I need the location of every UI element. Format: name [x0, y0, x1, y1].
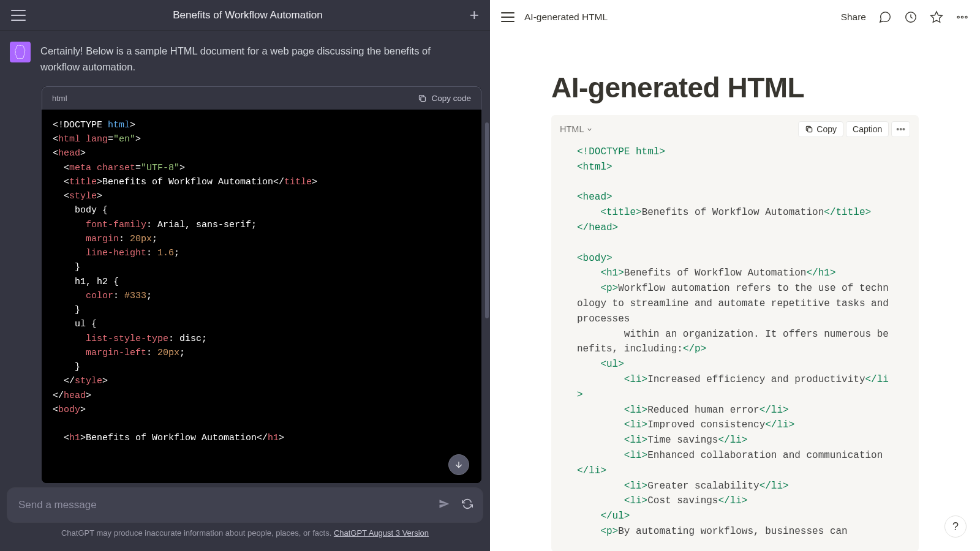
send-button[interactable] — [439, 498, 450, 512]
help-button[interactable]: ? — [944, 515, 967, 538]
page-title[interactable]: AI-generated HTML — [551, 71, 919, 104]
scrollbar[interactable] — [485, 122, 489, 318]
code-more-button[interactable]: ••• — [891, 121, 910, 137]
more-icon[interactable] — [956, 10, 969, 24]
notion-header: AI-generated HTML Share — [490, 0, 980, 34]
message-input-box[interactable] — [7, 488, 483, 522]
notion-code-block[interactable]: HTML Copy Caption ••• <!DOCTYPE html> <h… — [551, 115, 919, 551]
notion-pane: AI-generated HTML Share AI-generated HTM… — [490, 0, 980, 551]
notion-body: AI-generated HTML HTML Copy Caption ••• … — [490, 34, 980, 551]
favorite-icon[interactable] — [930, 10, 943, 24]
sidebar-toggle-icon[interactable] — [501, 12, 514, 22]
assistant-message: Certainly! Below is a sample HTML docume… — [9, 42, 481, 75]
svg-marker-2 — [931, 12, 942, 22]
breadcrumb[interactable]: AI-generated HTML — [524, 12, 831, 23]
scroll-down-button[interactable] — [448, 454, 469, 475]
chat-pane: Benefits of Workflow Automation + Certai… — [0, 0, 490, 551]
chat-body: Certainly! Below is a sample HTML docume… — [0, 31, 490, 488]
caption-button[interactable]: Caption — [846, 121, 889, 137]
message-input[interactable] — [18, 499, 446, 511]
disclaimer: ChatGPT may produce inaccurate informati… — [7, 522, 483, 545]
code-language-label: html — [52, 94, 67, 103]
notion-copy-button[interactable]: Copy — [798, 121, 843, 137]
assistant-text: Certainly! Below is a sample HTML docume… — [40, 42, 480, 75]
comments-icon[interactable] — [878, 10, 892, 24]
header-actions: Share — [841, 10, 969, 24]
svg-rect-6 — [808, 128, 812, 132]
svg-point-4 — [961, 16, 963, 18]
code-language-select[interactable]: HTML — [560, 124, 593, 134]
code-block: html Copy code <!DOCTYPE html> <html lan… — [42, 86, 481, 483]
code-content[interactable]: <!DOCTYPE html> <html lang="en"> <head> … — [42, 110, 481, 483]
code-actions: Copy Caption ••• — [798, 121, 910, 137]
copy-code-label: Copy code — [431, 94, 471, 103]
disclaimer-text: ChatGPT may produce inaccurate informati… — [61, 528, 334, 538]
chat-title: Benefits of Workflow Automation — [173, 9, 322, 21]
code-toolbar: HTML Copy Caption ••• — [551, 115, 919, 141]
svg-point-5 — [965, 16, 967, 18]
updates-icon[interactable] — [904, 10, 918, 24]
regenerate-button[interactable] — [462, 498, 473, 512]
svg-point-3 — [957, 16, 959, 18]
svg-rect-0 — [421, 97, 426, 102]
share-button[interactable]: Share — [841, 12, 866, 23]
new-chat-button[interactable]: + — [470, 6, 479, 24]
input-area: ChatGPT may produce inaccurate informati… — [0, 488, 490, 551]
assistant-avatar-icon — [10, 42, 31, 62]
notion-code-content[interactable]: <!DOCTYPE html> <html> <head> <title>Ben… — [551, 141, 919, 551]
menu-icon[interactable] — [11, 10, 26, 21]
chat-header: Benefits of Workflow Automation + — [0, 0, 490, 31]
disclaimer-link[interactable]: ChatGPT August 3 Version — [334, 528, 429, 538]
copy-code-button[interactable]: Copy code — [418, 94, 471, 103]
code-header: html Copy code — [42, 86, 481, 110]
